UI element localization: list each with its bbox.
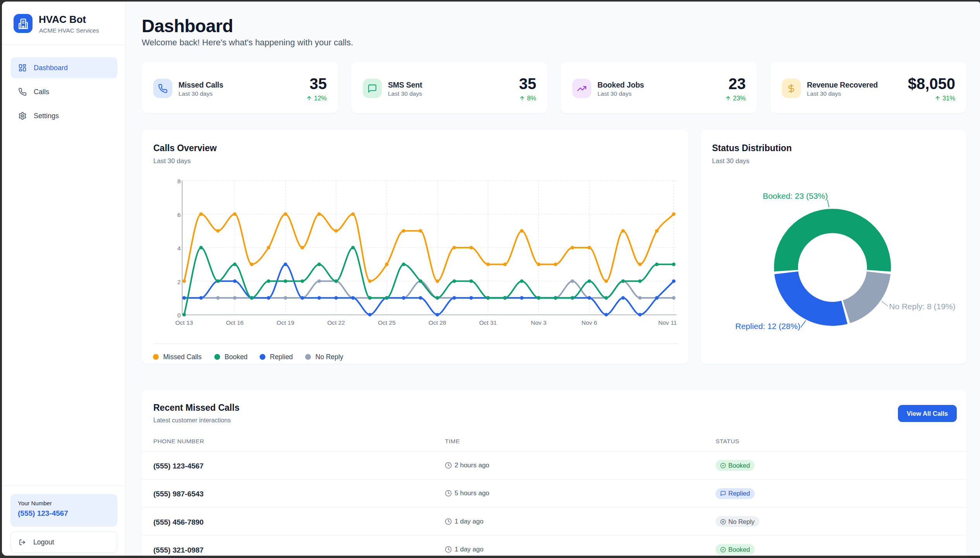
- svg-text:Nov 11: Nov 11: [658, 319, 677, 326]
- svg-text:2: 2: [177, 279, 181, 285]
- svg-text:Nov 3: Nov 3: [531, 319, 547, 326]
- svg-text:Oct 13: Oct 13: [175, 319, 193, 326]
- svg-text:8: 8: [177, 178, 181, 184]
- svg-text:Oct 25: Oct 25: [378, 319, 396, 326]
- svg-text:Oct 22: Oct 22: [327, 319, 345, 326]
- svg-text:Nov 6: Nov 6: [582, 319, 597, 326]
- svg-text:0: 0: [177, 312, 181, 319]
- svg-text:Oct 28: Oct 28: [429, 319, 446, 326]
- svg-text:Replied: 12 (28%): Replied: 12 (28%): [735, 322, 800, 331]
- svg-text:No Reply: 8 (19%): No Reply: 8 (19%): [889, 302, 956, 311]
- svg-text:4: 4: [177, 245, 181, 251]
- svg-text:Oct 31: Oct 31: [479, 319, 497, 326]
- svg-text:No Reply: No Reply: [316, 353, 343, 361]
- svg-text:6: 6: [177, 212, 181, 218]
- svg-text:Booked: 23 (53%): Booked: 23 (53%): [763, 191, 828, 200]
- svg-text:Missed Calls: Missed Calls: [163, 353, 202, 361]
- svg-text:Replied: Replied: [270, 353, 293, 361]
- svg-text:Booked: Booked: [225, 353, 247, 361]
- svg-text:Oct 19: Oct 19: [276, 319, 294, 326]
- svg-text:Oct 16: Oct 16: [226, 319, 244, 326]
